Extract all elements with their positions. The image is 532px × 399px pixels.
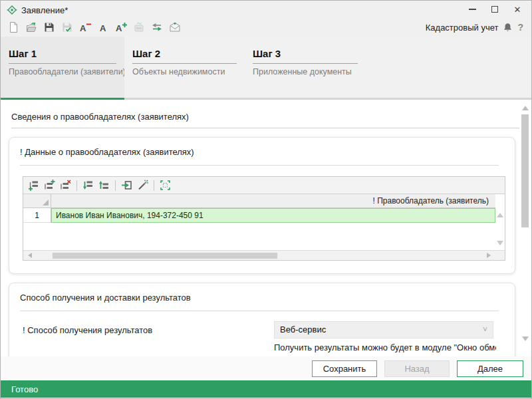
exchange-arrows-icon[interactable] — [150, 20, 164, 35]
owners-data-group: ! Данные о правообладателях (заявителях)… — [9, 137, 515, 274]
grid-column-header[interactable]: ! Правообладатель (заявитель) — [51, 194, 495, 208]
section-divider — [11, 128, 519, 128]
next-button[interactable]: Далее — [457, 360, 523, 377]
section-title: Сведения о правообладателях (заявителях) — [11, 112, 189, 122]
step-content: Сведения о правообладателях (заявителях)… — [1, 100, 531, 356]
row-number-cell[interactable]: 1 — [23, 208, 51, 223]
svg-text:А: А — [100, 23, 106, 33]
owners-grid: ! Правообладатель (заявитель) 1 Иванов И… — [23, 176, 505, 261]
svg-text:А: А — [116, 23, 122, 33]
scroll-up-icon — [522, 102, 529, 110]
delivery-group-divider — [20, 311, 499, 311]
save-icon[interactable] — [42, 20, 57, 35]
grid-corner-cell[interactable] — [23, 194, 51, 208]
page-vertical-scrollbar[interactable] — [521, 101, 530, 355]
scroll-down-icon — [497, 241, 503, 249]
row-move-up-icon[interactable] — [97, 178, 111, 192]
module-label: Кадастровый учет — [426, 23, 499, 33]
close-icon: ✕ — [514, 5, 521, 14]
vertical-scroll-thumb[interactable] — [521, 114, 529, 227]
toolbar-separator — [76, 180, 77, 191]
minimize-icon — [469, 9, 476, 10]
send-message-icon[interactable] — [168, 20, 182, 35]
owner-value-cell[interactable]: Иванов Иван Иванович, 194-372-450 91 — [51, 208, 495, 223]
status-bar: Готово — [1, 380, 531, 398]
font-reset-icon[interactable]: А — [96, 20, 110, 35]
grid-expand-icon[interactable] — [158, 178, 172, 192]
horizontal-scroll-thumb[interactable] — [53, 253, 277, 259]
scroll-down-icon — [522, 336, 529, 344]
geo-point-app-icon — [7, 5, 17, 15]
help-button[interactable]: ? — [517, 22, 526, 33]
application-window: Заявление* ✕ ААА Кадастровый учет ? Шаг … — [0, 0, 532, 399]
row-delete-icon[interactable] — [59, 178, 72, 192]
owners-group-divider — [20, 165, 499, 166]
save-confirm-icon[interactable] — [60, 20, 74, 35]
minimize-button[interactable] — [461, 2, 483, 17]
title-bar: Заявление* ✕ — [1, 1, 531, 18]
toolbar-separator — [154, 180, 154, 191]
new-document-icon[interactable] — [6, 20, 21, 35]
font-increase-icon[interactable]: А — [114, 20, 128, 35]
grid-horizontal-scrollbar[interactable] — [23, 250, 505, 260]
row-insert-icon[interactable] — [43, 178, 57, 192]
main-toolbar-icons: ААА — [6, 20, 182, 35]
step-title: Шаг 2 — [132, 48, 237, 64]
main-toolbar: ААА Кадастровый учет ? — [1, 18, 531, 37]
font-decrease-icon[interactable]: А — [78, 20, 92, 35]
export-disabled-icon[interactable] — [132, 20, 146, 35]
close-button[interactable]: ✕ — [506, 2, 529, 17]
row-move-down-icon[interactable] — [81, 178, 95, 192]
result-method-hint: Получить результаты можно будет в модуле… — [274, 342, 496, 352]
step-title: Шаг 3 — [253, 48, 358, 64]
delivery-group-title: Способ получения и доставки результатов — [9, 283, 515, 303]
svg-text:А: А — [80, 23, 86, 33]
table-row: 1 Иванов Иван Иванович, 194-372-450 91 — [23, 208, 505, 223]
maximize-button[interactable] — [483, 2, 506, 17]
notifications-bell-icon[interactable] — [503, 23, 513, 33]
wizard-steps: Шаг 1 Правообладатели (заявители) Шаг 2 … — [1, 37, 531, 100]
delivery-method-group: Способ получения и доставки результатов … — [9, 283, 515, 356]
grid-vertical-scrollbar[interactable] — [495, 208, 505, 250]
owners-group-title: ! Данные о правообладателях (заявителях) — [9, 138, 515, 157]
step-subtitle: Правообладатели (заявители) — [9, 67, 116, 76]
tab-step-3[interactable]: Шаг 3 Приложенные документы — [245, 37, 366, 100]
save-button[interactable]: Сохранить — [312, 360, 377, 377]
result-method-select[interactable]: Веб-сервис ˅ — [274, 321, 493, 338]
row-add-icon[interactable] — [27, 178, 41, 192]
tabstrip-filler — [366, 37, 531, 100]
tab-step-2[interactable]: Шаг 2 Объекты недвижимости — [124, 37, 245, 100]
footer-button-bar: Сохранить Назад Далее — [1, 356, 531, 380]
result-method-value: Веб-сервис — [280, 325, 326, 334]
back-button[interactable]: Назад — [384, 360, 450, 377]
step-title: Шаг 1 — [9, 48, 116, 64]
scroll-up-icon — [497, 209, 503, 217]
tab-step-1[interactable]: Шаг 1 Правообладатели (заявители) — [1, 37, 124, 100]
result-method-label: ! Способ получения результатов — [23, 325, 152, 335]
row-import-icon[interactable] — [120, 178, 134, 192]
status-text: Готово — [11, 384, 38, 394]
row-autofill-icon[interactable] — [136, 178, 150, 192]
window-title: Заявление* — [21, 5, 68, 15]
grid-toolbar — [23, 177, 505, 194]
scroll-left-icon — [25, 253, 32, 258]
chevron-down-icon: ˅ — [483, 322, 487, 338]
toolbar-separator — [115, 180, 116, 191]
step-subtitle: Приложенные документы — [253, 67, 358, 76]
open-document-icon[interactable] — [24, 20, 39, 35]
step-subtitle: Объекты недвижимости — [132, 67, 237, 76]
scroll-right-icon — [487, 253, 493, 258]
maximize-icon — [491, 6, 498, 13]
